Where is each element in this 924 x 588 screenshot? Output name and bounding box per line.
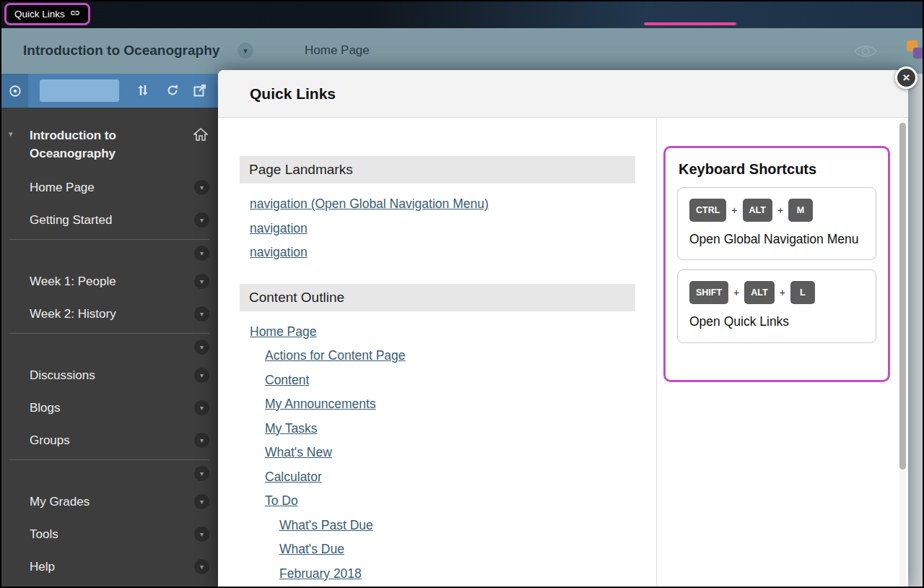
refresh-icon[interactable]	[166, 84, 179, 100]
modal-header: Quick Links	[218, 70, 908, 118]
sidebar-divider: ▾	[1, 457, 218, 485]
shortcut-keys: SHIFT+ALT+L	[689, 281, 864, 304]
sidebar-item-label: Discussions	[30, 368, 95, 383]
expander-triangle-icon[interactable]: ▾	[9, 129, 13, 139]
item-options-chevron-icon[interactable]: ▾	[194, 274, 209, 289]
close-icon[interactable]: ×	[895, 66, 918, 89]
link-row: navigation	[240, 241, 635, 265]
sidebar-item-week-1-people[interactable]: Week 1: People▾	[1, 265, 218, 298]
link-content[interactable]: Content	[265, 373, 309, 387]
course-menu-toolbar	[1, 74, 218, 108]
sidebar-item-discussions[interactable]: Discussions▾	[1, 359, 218, 392]
section-links: navigation (Open Global Navigation Menu)…	[240, 183, 635, 284]
item-options-chevron-icon[interactable]: ▾	[194, 400, 209, 415]
breadcrumb: Home Page	[305, 43, 370, 58]
top-bar: Quick Links	[1, 1, 923, 28]
link-row: navigation (Open Global Navigation Menu)	[240, 192, 635, 217]
link-row: My Announcements	[240, 392, 635, 417]
link-february-2018[interactable]: February 2018	[279, 566, 362, 581]
sidebar-item-getting-started[interactable]: Getting Started▾	[1, 204, 218, 236]
keycap-alt: ALT	[743, 199, 772, 222]
section-links: Home PageActions for Content PageContent…	[240, 311, 635, 588]
item-options-chevron-icon[interactable]: ▾	[194, 340, 209, 355]
plus-separator: +	[780, 287, 785, 298]
column-divider	[656, 118, 657, 588]
item-options-chevron-icon[interactable]: ▾	[194, 306, 209, 321]
sidebar-item-label: My Grades	[30, 495, 90, 509]
collapse-menu-icon[interactable]	[1, 74, 28, 108]
plus-separator: +	[731, 204, 737, 216]
sidebar-item-help[interactable]: Help▾	[1, 550, 218, 583]
page-header: Introduction to Oceanography ▾ Home Page	[1, 28, 923, 74]
quick-links-button[interactable]: Quick Links	[4, 3, 90, 25]
link-what-s-due[interactable]: What's Due	[279, 542, 344, 556]
quick-links-label: Quick Links	[14, 9, 65, 20]
sidebar-item-label: Week 1: People	[30, 274, 116, 289]
keycap-shift: SHIFT	[689, 281, 728, 304]
link-my-announcements[interactable]: My Announcements	[265, 397, 376, 411]
reorder-icon[interactable]	[137, 84, 149, 100]
sidebar-divider: ▾	[1, 236, 218, 265]
keycap-ctrl: CTRL	[689, 199, 726, 222]
sidebar-item-my-grades[interactable]: My Grades▾	[1, 485, 218, 518]
sidebar-item-week-2-history[interactable]: Week 2: History▾	[1, 298, 218, 330]
sidebar-item-tools[interactable]: Tools▾	[1, 518, 218, 550]
plus-separator: +	[777, 204, 783, 216]
modal-body: Page Landmarksnavigation (Open Global Na…	[218, 118, 908, 588]
link-to-do[interactable]: To Do	[265, 493, 298, 508]
link-calculator[interactable]: Calculator	[265, 470, 322, 484]
shortcut-description: Open Global Navigation Menu	[689, 230, 864, 248]
edit-mode-icon[interactable]	[907, 40, 924, 64]
sidebar-item-label: Groups	[30, 433, 70, 448]
link-icon	[70, 8, 80, 20]
course-menu-sidebar: ▾ Introduction to Oceanography Home Page…	[1, 74, 218, 587]
sidebar-item-label: Tools	[30, 527, 58, 542]
open-new-window-icon[interactable]	[193, 84, 206, 100]
item-options-chevron-icon[interactable]: ▾	[194, 559, 209, 574]
link-what-s-past-due[interactable]: What's Past Due	[279, 518, 373, 532]
item-options-chevron-icon[interactable]: ▾	[194, 180, 209, 195]
course-title: Introduction to Oceanography	[23, 43, 219, 59]
sidebar-item-groups[interactable]: Groups▾	[1, 424, 218, 457]
link-navigation[interactable]: navigation	[250, 245, 308, 259]
link-what-s-new[interactable]: What's New	[265, 445, 332, 459]
shortcut-list: CTRL+ALT+MOpen Global Navigation MenuSHI…	[677, 187, 876, 343]
keyboard-shortcuts-title: Keyboard Shortcuts	[679, 161, 876, 178]
item-options-chevron-icon[interactable]: ▾	[194, 527, 209, 542]
sidebar-course-title: Introduction to Oceanography	[30, 126, 174, 163]
keycap-l: L	[790, 281, 815, 304]
link-navigation[interactable]: navigation	[250, 221, 308, 235]
student-preview-eye-icon[interactable]	[853, 43, 878, 62]
link-home-page[interactable]: Home Page	[250, 324, 316, 339]
keyboard-shortcuts-panel: Keyboard Shortcuts CTRL+ALT+MOpen Global…	[663, 146, 890, 382]
link-row: Home Page	[240, 320, 635, 345]
sidebar-course-root[interactable]: ▾ Introduction to Oceanography	[1, 108, 218, 171]
item-options-chevron-icon[interactable]: ▾	[194, 246, 209, 261]
modal-scrollbar-thumb[interactable]	[899, 123, 906, 470]
link-row: What's Due	[240, 537, 635, 562]
sidebar-item-label: Getting Started	[30, 213, 112, 228]
link-my-tasks[interactable]: My Tasks	[265, 421, 318, 436]
link-row: What's New	[240, 441, 635, 465]
plus-separator: +	[733, 287, 739, 298]
sidebar-item-label: Help	[30, 560, 55, 574]
menu-view-button[interactable]	[40, 79, 119, 102]
sidebar-item-label: Week 2: History	[30, 307, 116, 321]
item-options-chevron-icon[interactable]: ▾	[194, 494, 209, 509]
section-header-page-landmarks: Page Landmarks	[240, 156, 635, 183]
item-options-chevron-icon[interactable]: ▾	[194, 212, 209, 228]
sidebar-item-label: Blogs	[30, 401, 61, 415]
link-navigation-open-global-navigation-menu[interactable]: navigation (Open Global Navigation Menu)	[250, 196, 489, 211]
item-options-chevron-icon[interactable]: ▾	[194, 368, 209, 383]
item-options-chevron-icon[interactable]: ▾	[194, 433, 209, 448]
modal-scrollbar-track[interactable]	[899, 119, 906, 588]
link-row: To Do	[240, 489, 635, 514]
course-menu-chevron-icon[interactable]: ▾	[237, 43, 253, 59]
sidebar-menu: Home Page▾Getting Started▾▾Week 1: Peopl…	[1, 171, 218, 583]
link-row: Actions for Content Page	[240, 344, 635, 368]
link-actions-for-content-page[interactable]: Actions for Content Page	[265, 348, 406, 363]
link-row: My Tasks	[240, 417, 635, 441]
item-options-chevron-icon[interactable]: ▾	[194, 466, 209, 481]
sidebar-item-home-page[interactable]: Home Page▾	[1, 171, 218, 204]
sidebar-item-blogs[interactable]: Blogs▾	[1, 392, 218, 424]
